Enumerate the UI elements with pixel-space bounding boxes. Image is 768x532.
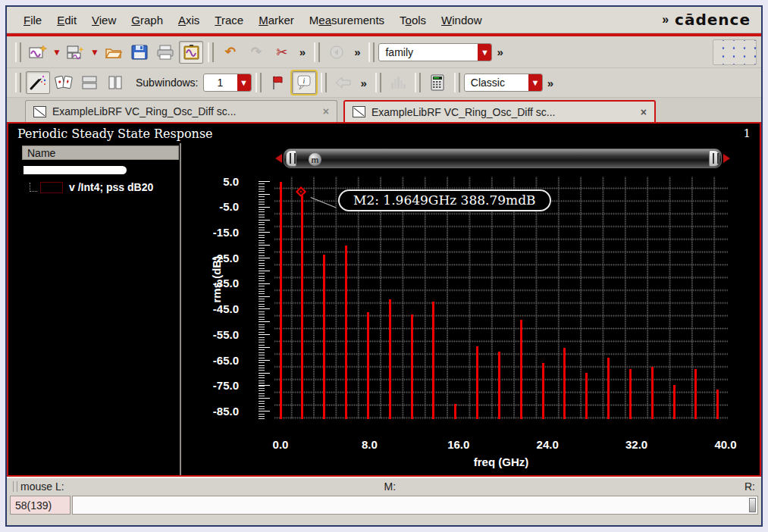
redo-icon: ↷ <box>251 45 262 58</box>
appearance-combo[interactable]: Classic ▼ <box>464 74 543 92</box>
plot-area[interactable]: M2: 1.9649GHz 388.79mdB <box>274 177 728 419</box>
trace-color-swatch[interactable] <box>40 182 63 193</box>
toolbar-overflow-icon[interactable]: » <box>354 45 360 58</box>
menu-measurements[interactable]: Measurements <box>309 14 384 27</box>
histogram-button[interactable] <box>386 71 410 94</box>
marker-m2-diamond[interactable] <box>296 186 306 197</box>
menu-marker[interactable]: Marker <box>259 14 294 27</box>
menu-graph[interactable]: Graph <box>131 14 163 27</box>
toolbar-grip[interactable] <box>15 73 21 92</box>
new-subwindow-dropdown-icon[interactable]: ▼ <box>90 47 99 58</box>
toolbar-grip[interactable] <box>314 42 320 62</box>
wand-mode-button[interactable] <box>26 71 50 94</box>
spectrum-stem <box>673 385 676 419</box>
cards-overlay-button[interactable] <box>52 71 76 94</box>
toolbar-grip[interactable] <box>208 42 214 62</box>
slider-m-badge[interactable]: m <box>309 153 321 166</box>
cut-button[interactable]: ✂ <box>270 41 294 64</box>
toolbar-grip[interactable] <box>454 73 460 92</box>
toolbar-grip[interactable] <box>375 73 381 92</box>
menu-window[interactable]: Window <box>441 14 481 27</box>
menu-tools[interactable]: Tools <box>400 14 426 27</box>
subwindows-combo-dropdown-icon[interactable]: ▼ <box>237 74 251 91</box>
marker-callout[interactable]: M2: 1.9649GHz 388.79mdB <box>338 189 551 211</box>
undo-button[interactable]: ↶ <box>218 41 243 64</box>
menu-edit[interactable]: Edit <box>57 14 77 27</box>
vertical-split-button[interactable] <box>103 71 127 94</box>
subwindows-combo[interactable]: 1 ▼ <box>203 74 252 92</box>
redo-button[interactable]: ↷ <box>244 41 268 64</box>
tab-graph-2[interactable]: ExampleLibRF VC_Ring_Osc_Diff sc... × <box>343 100 656 122</box>
spectrum-stem <box>411 315 413 419</box>
toolbar-grip[interactable] <box>15 42 21 62</box>
spectrum-stem <box>563 348 566 419</box>
back-button[interactable] <box>324 41 349 64</box>
horizontal-split-icon <box>81 75 98 90</box>
new-graph-dropdown-icon[interactable]: ▼ <box>52 47 61 58</box>
bottom-strip-handle[interactable] <box>749 498 756 512</box>
panel-divider[interactable] <box>180 143 181 475</box>
vertical-split-icon <box>107 75 124 90</box>
mouse-right-label: R: <box>744 480 755 493</box>
menu-view[interactable]: View <box>92 14 116 27</box>
tab-close-icon[interactable]: × <box>641 106 647 118</box>
print-button[interactable] <box>153 41 177 64</box>
calculator-icon <box>430 74 445 91</box>
label-info-button[interactable]: i <box>292 71 316 94</box>
spectrum-stem <box>694 369 697 419</box>
strip-slider[interactable]: m <box>275 148 730 169</box>
copy-image-button[interactable] <box>179 41 203 64</box>
appearance-combo-dropdown-icon[interactable]: ▼ <box>528 74 542 91</box>
spectrum-stem <box>629 369 632 419</box>
toolbar-grip[interactable] <box>321 73 327 92</box>
slider-right-handle[interactable] <box>709 150 719 167</box>
slider-bar[interactable]: m <box>284 149 722 168</box>
x-tick-label: 0.0 <box>259 438 302 451</box>
graph-tab-icon <box>33 106 46 117</box>
toolbar-grip[interactable] <box>415 73 421 92</box>
y-axis-ruler <box>259 177 271 419</box>
family-combo[interactable]: family ▼ <box>378 43 492 61</box>
save-button[interactable] <box>127 41 152 64</box>
legend-header[interactable]: Name <box>22 146 179 160</box>
previous-view-button[interactable] <box>331 71 356 94</box>
slider-left-arrow-icon[interactable] <box>275 154 282 163</box>
x-tick-label: 32.0 <box>616 438 658 451</box>
x-tick-labels: 0.08.016.024.032.040.0 <box>274 438 728 453</box>
toolbar-overflow-icon[interactable]: » <box>361 77 367 89</box>
menu-file[interactable]: File <box>24 14 42 27</box>
toolbar-grip[interactable] <box>368 42 375 62</box>
histogram-icon <box>389 75 407 90</box>
spectrum-stem <box>454 404 456 419</box>
mouse-left-label: mouse L: <box>20 480 64 493</box>
tab-graph-1[interactable]: ExampleLibRF VC_Ring_Osc_Diff sc... × <box>25 100 337 122</box>
horizontal-split-button[interactable] <box>77 71 102 94</box>
mouse-middle-label: M: <box>384 480 397 493</box>
slider-left-handle[interactable] <box>286 150 296 167</box>
menu-axis[interactable]: Axis <box>178 14 199 27</box>
brand-area: » cādence <box>662 11 751 29</box>
calculator-button[interactable] <box>425 71 450 94</box>
x-tick-label: 24.0 <box>526 438 569 451</box>
toolbar-grip[interactable] <box>255 73 262 92</box>
toolbar-overflow-icon[interactable]: » <box>497 45 503 58</box>
trace-label: v /Int4; pss dB20 <box>69 181 153 193</box>
legend-root-node[interactable] <box>24 166 127 174</box>
new-subwindow-button[interactable] <box>64 41 88 64</box>
y-tick-label: -55.0 <box>186 328 239 341</box>
spectrum-stem <box>345 246 347 419</box>
flag-button[interactable] <box>266 71 290 94</box>
family-combo-dropdown-icon[interactable]: ▼ <box>478 44 491 61</box>
toolbar-overflow-icon[interactable]: » <box>547 77 553 89</box>
toolbar-overflow-icon[interactable]: » <box>299 45 306 58</box>
new-graph-window-button[interactable] <box>26 41 50 64</box>
slider-right-arrow-icon[interactable] <box>723 154 730 163</box>
spectrum-stem <box>542 363 544 419</box>
legend-item[interactable]: v /Int4; pss dB20 <box>30 181 179 193</box>
menu-trace[interactable]: Trace <box>215 14 243 27</box>
tab-bar: ExampleLibRF VC_Ring_Osc_Diff sc... × Ex… <box>7 98 761 122</box>
open-button[interactable] <box>102 41 126 64</box>
tab-close-icon[interactable]: × <box>323 105 329 117</box>
printer-icon <box>156 45 174 60</box>
menu-overflow-icon[interactable]: » <box>662 13 669 27</box>
